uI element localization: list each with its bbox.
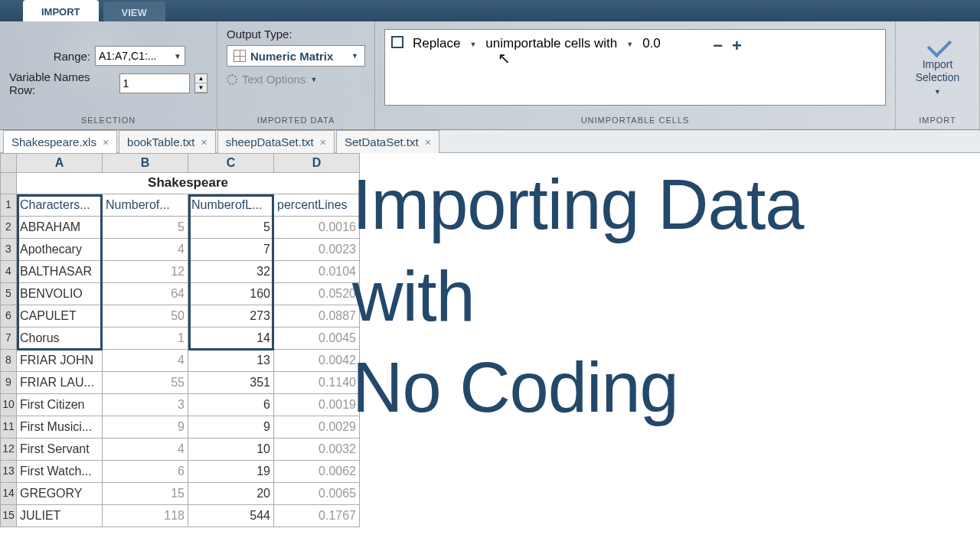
cell[interactable]: 0.0887 <box>274 305 360 328</box>
cell[interactable]: 15 <box>103 483 188 505</box>
sheet-title: Shakespeare <box>17 173 360 194</box>
cell[interactable]: FRIAR JOHN <box>17 350 103 372</box>
col-header-a[interactable]: A <box>17 153 103 173</box>
cell[interactable]: First Servant <box>17 439 103 461</box>
col-header-b[interactable]: B <box>103 153 188 173</box>
varnames-input[interactable]: 1 <box>119 73 190 93</box>
cell[interactable]: 0.0016 <box>274 217 360 239</box>
cell[interactable]: 4 <box>103 239 188 261</box>
cell[interactable]: 9 <box>188 416 274 439</box>
column-header[interactable]: Numberof... <box>103 194 188 217</box>
cell[interactable]: 6 <box>188 394 274 416</box>
cell[interactable]: 0.0019 <box>274 394 360 416</box>
cell[interactable]: 3 <box>103 394 188 416</box>
cell[interactable]: 0.0042 <box>274 350 360 372</box>
varnames-spinner[interactable]: ▲▼ <box>194 73 207 93</box>
column-header[interactable]: percentLines <box>274 194 360 217</box>
chevron-down-icon[interactable]: ▼ <box>626 41 633 48</box>
cell[interactable]: 0.0032 <box>274 439 360 461</box>
cell[interactable]: 6 <box>103 461 188 483</box>
file-tab-shakespeare[interactable]: Shakespeare.xls× <box>3 130 117 153</box>
cell[interactable]: 1 <box>103 328 188 350</box>
file-tab-sheepdataset[interactable]: sheepDataSet.txt× <box>217 130 335 153</box>
plus-button[interactable]: + <box>732 36 742 56</box>
column-header[interactable]: NumberofL... <box>188 194 274 217</box>
file-tabs: Shakespeare.xls× bookTable.txt× sheepDat… <box>0 130 980 153</box>
cell[interactable]: GREGORY <box>17 483 103 505</box>
col-header-d[interactable]: D <box>274 153 360 173</box>
file-tab-booktable[interactable]: bookTable.txt× <box>119 130 216 153</box>
cell[interactable]: BENVOLIO <box>17 283 103 305</box>
group-label-import: IMPORT <box>919 116 956 126</box>
cell[interactable]: 0.0520 <box>274 283 360 305</box>
cell[interactable]: 12 <box>103 261 188 283</box>
cell[interactable]: Apothecary <box>17 239 103 261</box>
cell[interactable]: JULIET <box>17 505 103 527</box>
cell[interactable]: 0.0045 <box>274 328 360 350</box>
cell[interactable]: 0.0104 <box>274 261 360 283</box>
import-selection-button[interactable]: ImportSelection ▼ <box>905 28 970 99</box>
column-header[interactable]: Characters... <box>17 194 103 217</box>
cell[interactable]: ABRAHAM <box>17 217 103 239</box>
cell[interactable]: 4 <box>103 350 188 372</box>
cell[interactable]: 273 <box>188 305 274 328</box>
replace-checkbox[interactable] <box>391 36 403 48</box>
replace-label: Replace <box>413 36 460 51</box>
cell[interactable]: 20 <box>188 483 274 505</box>
cell[interactable]: 0.0065 <box>274 483 360 505</box>
cell[interactable]: 0.1767 <box>274 505 360 527</box>
close-icon[interactable]: × <box>320 136 326 148</box>
cell[interactable]: 13 <box>188 350 274 372</box>
varnames-value: 1 <box>123 77 129 90</box>
cell[interactable]: Chorus <box>17 328 103 350</box>
cell[interactable]: First Citizen <box>17 394 103 416</box>
cell[interactable]: 50 <box>103 305 188 328</box>
matrix-icon <box>234 50 246 62</box>
cell[interactable]: 14 <box>188 328 274 350</box>
chevron-down-icon[interactable]: ▼ <box>469 41 476 48</box>
unimportable-panel: Replace ▼ unimportable cells with ▼ 0.0 … <box>384 29 886 106</box>
cell[interactable]: 0.1140 <box>274 372 360 394</box>
cell[interactable]: 160 <box>188 283 274 305</box>
cell[interactable]: CAPULET <box>17 305 103 328</box>
cell[interactable]: 4 <box>103 439 188 461</box>
output-type-label: Output Type: <box>227 28 365 41</box>
text-options[interactable]: Text Options ▼ <box>227 73 365 86</box>
replace-value[interactable]: 0.0 <box>642 36 704 51</box>
minus-button[interactable]: − <box>713 36 723 56</box>
cell[interactable]: 7 <box>188 239 274 261</box>
cell[interactable]: 9 <box>103 416 188 439</box>
cell[interactable]: 55 <box>103 372 188 394</box>
cell[interactable]: 0.0023 <box>274 239 360 261</box>
cell[interactable]: 5 <box>103 217 188 239</box>
col-header-c[interactable]: C <box>188 153 274 173</box>
text-options-label: Text Options <box>242 73 305 86</box>
range-combo[interactable]: A1:A7,C1:... ▼ <box>95 46 185 66</box>
close-icon[interactable]: × <box>103 136 109 148</box>
file-tab-setdataset[interactable]: SetDataSet.txt× <box>336 130 439 153</box>
ribbon-tabs: IMPORT VIEW <box>0 0 980 21</box>
cell[interactable]: 0.0029 <box>274 416 360 439</box>
tab-view[interactable]: VIEW <box>103 2 165 21</box>
cell[interactable]: BALTHASAR <box>17 261 103 283</box>
cell[interactable]: 10 <box>188 439 274 461</box>
cell[interactable]: 32 <box>188 261 274 283</box>
tab-import[interactable]: IMPORT <box>23 0 99 21</box>
cell[interactable]: 351 <box>188 372 274 394</box>
cell[interactable]: 118 <box>103 505 188 527</box>
cell[interactable]: 0.0062 <box>274 461 360 483</box>
close-icon[interactable]: × <box>425 136 431 148</box>
cells-with-label: unimportable cells with <box>485 36 617 51</box>
gear-icon <box>227 74 237 85</box>
cell[interactable]: 5 <box>188 217 274 239</box>
cell[interactable]: 19 <box>188 461 274 483</box>
cell[interactable]: 544 <box>188 505 274 527</box>
chevron-down-icon: ▼ <box>310 76 317 83</box>
cell[interactable]: 64 <box>103 283 188 305</box>
cell[interactable]: FRIAR LAU... <box>17 372 103 394</box>
output-type-combo[interactable]: Numeric Matrix ▼ <box>227 45 365 67</box>
checkmark-icon <box>923 31 953 55</box>
cell[interactable]: First Musici... <box>17 416 103 439</box>
close-icon[interactable]: × <box>201 136 207 148</box>
cell[interactable]: First Watch... <box>17 461 103 483</box>
